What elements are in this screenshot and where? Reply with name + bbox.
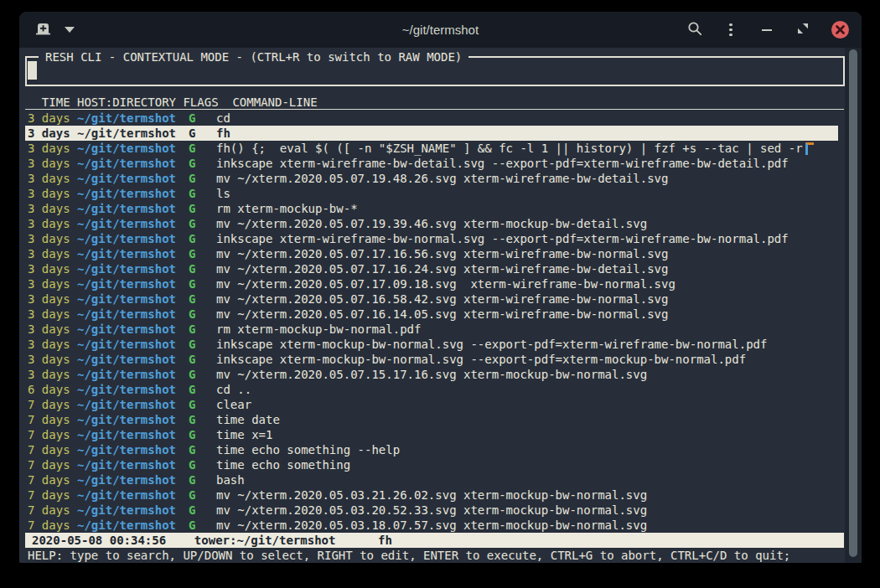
history-row[interactable]: 3 days ~/git/termshot G inkscape xterm-m…	[19, 337, 862, 352]
minimize-button[interactable]	[759, 23, 774, 38]
row-command: clear	[216, 397, 251, 412]
row-command: mv ~/xterm.2020.05.07.16.14.05.svg xterm…	[216, 307, 668, 322]
row-flags: G	[189, 261, 196, 276]
search-button[interactable]	[687, 23, 702, 38]
history-row[interactable]: 7 days ~/git/termshot G time x=1	[19, 427, 862, 442]
scrollbar-track[interactable]	[845, 48, 862, 563]
menu-button kebab-icon[interactable]	[723, 23, 738, 38]
row-flags: G	[189, 216, 196, 231]
history-row[interactable]: 3 days ~/git/termshot G rm xterm-mockup-…	[19, 322, 862, 337]
tab-plus-icon	[35, 21, 52, 39]
history-table-header: TIME HOST:DIRECTORY FLAGS COMMAND-LINE	[25, 95, 844, 110]
row-flags: G	[189, 472, 196, 487]
row-flags: G	[189, 352, 196, 367]
magnifier-icon	[687, 21, 702, 39]
tab-dropdown-button chevron-down-icon[interactable]	[65, 27, 75, 33]
history-row[interactable]: 7 days ~/git/termshot G mv ~/xterm.2020.…	[19, 487, 862, 503]
row-flags: G	[189, 307, 196, 322]
history-row[interactable]: 3 days ~/git/termshot G inkscape xterm-w…	[19, 231, 862, 246]
history-row[interactable]: 7 days ~/git/termshot G time echo someth…	[19, 442, 862, 457]
resh-search-input[interactable]: RESH CLI - CONTEXTUAL MODE - (CTRL+R to …	[25, 56, 845, 86]
row-command: fh() {; eval $( ([ -n "$ZSH_NAME" ] && f…	[216, 141, 803, 156]
history-row[interactable]: 3 days ~/git/termshot G inkscape xterm-m…	[19, 352, 862, 367]
history-row[interactable]: 7 days ~/git/termshot G bash	[19, 472, 862, 487]
row-flags: G	[189, 141, 196, 156]
row-host-directory: ~/git/termshot	[77, 111, 176, 126]
row-host-directory: ~/git/termshot	[77, 276, 176, 291]
row-flags: G	[189, 111, 196, 126]
history-row[interactable]: 3 days ~/git/termshot G fh() {; eval $( …	[19, 141, 862, 156]
row-flags: G	[189, 126, 196, 141]
row-host-directory: ~/git/termshot	[77, 487, 176, 503]
history-row[interactable]: 3 days ~/git/termshot G mv ~/xterm.2020.…	[19, 246, 862, 261]
history-row[interactable]: 3 days ~/git/termshot G ls	[19, 186, 862, 201]
row-time: 3 days	[28, 337, 70, 352]
row-time: 7 days	[28, 503, 70, 518]
row-flags: G	[189, 201, 196, 216]
row-flags: G	[189, 337, 196, 352]
row-host-directory: ~/git/termshot	[77, 472, 176, 487]
restore-button[interactable]	[795, 23, 810, 38]
titlebar[interactable]: ~/git/termshot	[19, 12, 862, 48]
row-host-directory: ~/git/termshot	[77, 352, 176, 367]
history-row[interactable]: 3 days ~/git/termshot G mv ~/xterm.2020.…	[19, 307, 862, 322]
text-cursor	[28, 61, 37, 80]
history-row[interactable]: 3 days ~/git/termshot G mv ~/xterm.2020.…	[19, 291, 862, 307]
new-tab-button[interactable]	[34, 22, 53, 39]
scrollbar-thumb[interactable]	[849, 49, 857, 557]
row-time: 7 days	[28, 457, 70, 472]
history-row[interactable]: 7 days ~/git/termshot G clear	[19, 397, 862, 412]
history-row[interactable]: 6 days ~/git/termshot G cd ..	[19, 382, 862, 397]
row-host-directory: ~/git/termshot	[77, 412, 176, 427]
row-flags: G	[189, 231, 196, 246]
row-flags: G	[189, 518, 196, 533]
history-row[interactable]: 3 days ~/git/termshot G fh	[25, 126, 838, 141]
minimize-dash-icon	[762, 29, 772, 31]
row-flags: G	[189, 397, 196, 412]
history-row[interactable]: 7 days ~/git/termshot G mv ~/xterm.2020.…	[19, 503, 862, 518]
row-flags: G	[189, 382, 196, 397]
row-time: 7 days	[28, 487, 70, 503]
row-command: mv ~/xterm.2020.05.07.15.17.16.svg xterm…	[216, 367, 647, 382]
row-command: cd	[216, 111, 230, 126]
row-flags: G	[189, 276, 196, 291]
row-flags: G	[189, 291, 196, 307]
history-row[interactable]: 3 days ~/git/termshot G mv ~/xterm.2020.…	[19, 216, 862, 231]
row-flags: G	[189, 503, 196, 518]
row-time: 3 days	[28, 352, 70, 367]
row-command: time x=1	[216, 427, 272, 442]
history-row[interactable]: 3 days ~/git/termshot G cd	[19, 111, 862, 126]
row-time: 3 days	[28, 322, 70, 337]
history-row[interactable]: 3 days ~/git/termshot G mv ~/xterm.2020.…	[19, 367, 862, 382]
terminal-window: ~/git/termshot	[19, 12, 862, 563]
row-host-directory: ~/git/termshot	[77, 291, 176, 307]
row-flags: G	[189, 487, 196, 503]
row-command: bash	[216, 472, 245, 487]
row-flags: G	[189, 156, 196, 171]
row-command: cd ..	[216, 382, 251, 397]
row-time: 3 days	[28, 276, 70, 291]
close-button[interactable]	[831, 21, 849, 39]
row-command: mv ~/xterm.2020.05.03.18.07.57.svg xterm…	[216, 518, 647, 533]
history-row[interactable]: 3 days ~/git/termshot G mv ~/xterm.2020.…	[19, 171, 862, 186]
history-row[interactable]: 7 days ~/git/termshot G time date	[19, 412, 862, 427]
row-host-directory: ~/git/termshot	[77, 503, 176, 518]
row-command: mv ~/xterm.2020.05.07.19.48.26.svg xterm…	[216, 171, 668, 186]
history-row[interactable]: 3 days ~/git/termshot G mv ~/xterm.2020.…	[19, 261, 862, 276]
row-time: 6 days	[28, 382, 70, 397]
row-host-directory: ~/git/termshot	[77, 518, 176, 533]
row-time: 3 days	[28, 141, 70, 156]
history-row[interactable]: 3 days ~/git/termshot G inkscape xterm-w…	[19, 156, 862, 171]
history-row[interactable]: 7 days ~/git/termshot G time echo someth…	[19, 457, 862, 472]
history-row[interactable]: 7 days ~/git/termshot G mv ~/xterm.2020.…	[19, 518, 862, 533]
row-command: inkscape xterm-wireframe-bw-normal.svg -…	[216, 231, 789, 246]
row-flags: G	[189, 457, 196, 472]
row-time: 3 days	[28, 246, 70, 261]
row-command: mv ~/xterm.2020.05.07.17.09.18.svg xterm…	[216, 276, 676, 291]
history-row[interactable]: 3 days ~/git/termshot G mv ~/xterm.2020.…	[19, 276, 862, 291]
row-host-directory: ~/git/termshot	[77, 261, 176, 276]
row-time: 7 days	[28, 472, 70, 487]
history-row[interactable]: 3 days ~/git/termshot G rm xterm-mockup-…	[19, 201, 862, 216]
row-host-directory: ~/git/termshot	[77, 216, 176, 231]
row-time: 3 days	[28, 291, 70, 307]
